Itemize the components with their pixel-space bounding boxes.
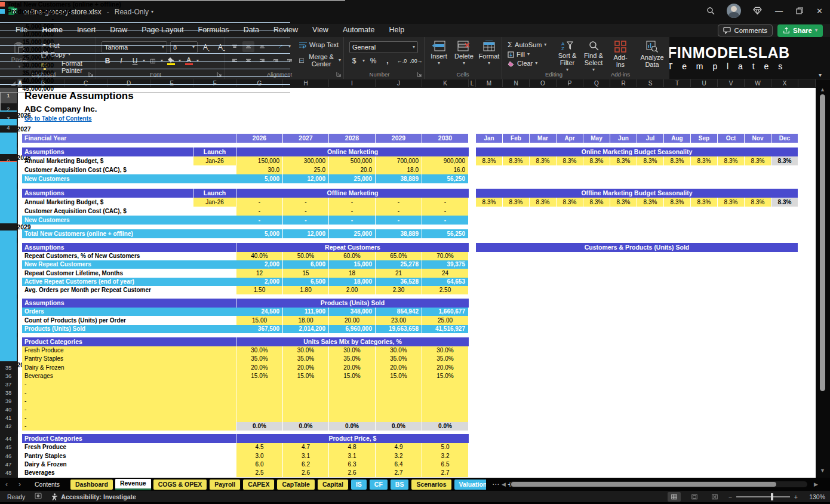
cell-B35[interactable]: Dairy & Frozen bbox=[22, 363, 236, 372]
column-header-J[interactable]: J bbox=[376, 79, 422, 87]
cell-G14[interactable]: - bbox=[236, 198, 282, 207]
cell-V6[interactable]: Oct bbox=[718, 134, 744, 143]
cell-T9[interactable]: 8.3% bbox=[664, 156, 690, 165]
scroll-up-icon[interactable]: ▲ bbox=[820, 87, 825, 93]
sheet-tab-cogs-opex[interactable]: COGS & OPEX bbox=[153, 479, 208, 490]
menu-item-review[interactable]: Review bbox=[266, 24, 305, 37]
cell-G35[interactable]: 20.0% bbox=[236, 363, 282, 372]
cell-K25[interactable]: 2.50 bbox=[422, 286, 468, 294]
cell-B30[interactable]: Products (Units) Sold bbox=[22, 325, 236, 333]
zoom-slider[interactable]: − + bbox=[728, 493, 798, 500]
cell-K23[interactable]: 24 bbox=[422, 269, 468, 278]
cell-M14[interactable]: 8.3% bbox=[476, 198, 502, 207]
cell-G38[interactable] bbox=[236, 389, 282, 397]
page-layout-view-button[interactable] bbox=[688, 492, 701, 502]
menu-item-draw[interactable]: Draw bbox=[103, 24, 134, 37]
column-header-L[interactable]: L bbox=[469, 79, 476, 87]
cell-B22[interactable]: New Repeat Customers bbox=[22, 260, 236, 269]
cell-H21[interactable]: 50.0% bbox=[283, 252, 328, 260]
sheet-tab-dashboard[interactable]: Dashboard bbox=[70, 479, 113, 490]
row-header-44[interactable]: 44 bbox=[0, 434, 17, 443]
cell-G39[interactable] bbox=[236, 397, 282, 405]
cell-G30[interactable]: 367,500 bbox=[236, 325, 282, 333]
cell-H40[interactable] bbox=[283, 405, 328, 414]
sheet-tab-revenue[interactable]: Revenue bbox=[115, 479, 151, 490]
cell-B29[interactable]: Count of Products (Units) per Order bbox=[22, 316, 236, 325]
comma-format-button[interactable]: , bbox=[382, 56, 394, 66]
cell-O9[interactable]: 8.3% bbox=[530, 156, 556, 165]
column-header-E[interactable]: E bbox=[150, 79, 193, 87]
cell-K21[interactable]: 70.0% bbox=[422, 252, 468, 260]
cell-B24[interactable]: Active Repeat Customers (end of year) bbox=[22, 278, 236, 286]
cell-J9[interactable]: 700,000 bbox=[376, 156, 422, 165]
section-title-13[interactable]: Offline Marketing bbox=[236, 189, 469, 198]
column-header-O[interactable]: O bbox=[530, 79, 557, 87]
cell-V14[interactable]: 8.3% bbox=[718, 198, 744, 207]
format-cells-button[interactable]: Format▾ bbox=[477, 38, 502, 66]
cell-K45[interactable]: 5.0 bbox=[422, 443, 468, 451]
cell-B47[interactable]: Dairy & Frozen bbox=[22, 460, 236, 469]
cell-B14[interactable]: Annual Marketing Budget, $ bbox=[22, 198, 193, 207]
cell-G28[interactable]: 24,500 bbox=[236, 308, 282, 316]
cell-B16[interactable]: New Customers bbox=[22, 216, 236, 225]
cell-I37[interactable] bbox=[329, 380, 375, 389]
cell-G16[interactable]: - bbox=[236, 216, 282, 225]
cell-I9[interactable]: 500,000 bbox=[329, 156, 375, 165]
cell-G10[interactable]: 30.0 bbox=[236, 165, 282, 174]
cell-S6[interactable]: Jul bbox=[637, 134, 663, 143]
sheet-tab-is[interactable]: IS bbox=[351, 479, 367, 490]
horizontal-scroll-thumb[interactable] bbox=[511, 482, 776, 487]
cell-B13[interactable]: Assumptions bbox=[22, 189, 193, 198]
cell-W14[interactable]: 8.3% bbox=[745, 198, 771, 207]
number-format-select[interactable]: General▾ bbox=[349, 41, 418, 53]
cell-J41[interactable] bbox=[376, 414, 422, 422]
cell-H11[interactable]: 12,000 bbox=[283, 174, 328, 183]
cell-K46[interactable]: 3.2 bbox=[422, 451, 468, 460]
cell-H38[interactable] bbox=[283, 389, 328, 397]
cell-W9[interactable]: 8.3% bbox=[745, 156, 771, 165]
menu-item-page-layout[interactable]: Page Layout bbox=[134, 24, 190, 37]
cell-G34[interactable]: 35.0% bbox=[236, 355, 282, 363]
cell-O6[interactable]: Mar bbox=[530, 134, 556, 143]
section-title-20[interactable]: Repeat Customers bbox=[236, 243, 469, 252]
cell-K15[interactable]: - bbox=[422, 207, 468, 216]
cell-O14[interactable]: 8.3% bbox=[530, 198, 556, 207]
cell-U9[interactable]: 8.3% bbox=[691, 156, 717, 165]
insert-cells-button[interactable]: Insert▾ bbox=[426, 38, 451, 66]
cell-M9[interactable]: 8.3% bbox=[476, 156, 502, 165]
cell-T14[interactable]: 8.3% bbox=[664, 198, 690, 207]
cell-H23[interactable]: 15 bbox=[283, 269, 328, 278]
cell-M6[interactable]: Jan bbox=[476, 134, 502, 143]
cell-H42[interactable]: 0.0% bbox=[283, 422, 328, 431]
collapse-ribbon-button[interactable]: ▾ bbox=[815, 71, 825, 79]
cell-I21[interactable]: 60.0% bbox=[329, 252, 375, 260]
cell-X9[interactable]: 8.3% bbox=[771, 156, 798, 165]
table-of-contents-link[interactable]: Go to Table of Contents bbox=[22, 115, 201, 123]
cell-B33[interactable]: Fresh Produce bbox=[22, 346, 236, 355]
cell-I24[interactable]: 18,000 bbox=[329, 278, 375, 286]
percent-format-button[interactable]: % bbox=[367, 56, 379, 66]
cell-J46[interactable]: 3.2 bbox=[376, 451, 422, 460]
cell-P9[interactable]: 8.3% bbox=[557, 156, 583, 165]
addins-button[interactable]: Add-ins bbox=[607, 38, 634, 69]
cell-G22[interactable]: 2,000 bbox=[236, 260, 282, 269]
cell-P6[interactable]: Apr bbox=[557, 134, 583, 143]
cell-H24[interactable]: 6,500 bbox=[283, 278, 328, 286]
tabs-scroll-right-icon[interactable]: › bbox=[13, 480, 26, 488]
cell-H15[interactable]: - bbox=[283, 207, 328, 216]
cell-B23[interactable]: Repeat Customer Lifetime, Months bbox=[22, 269, 236, 278]
share-button[interactable]: Share ▾ bbox=[777, 24, 823, 37]
wrap-text-button[interactable]: Wrap Text bbox=[297, 41, 341, 49]
cell-J33[interactable]: 30.0% bbox=[376, 346, 422, 355]
decrease-decimal-button[interactable]: .00→ bbox=[410, 56, 422, 66]
scroll-right-icon[interactable]: ▶ bbox=[814, 481, 818, 487]
cell-I28[interactable]: 348,000 bbox=[329, 308, 375, 316]
cell-I38[interactable] bbox=[329, 389, 375, 397]
cell-I35[interactable]: 20.0% bbox=[329, 363, 375, 372]
cell-G36[interactable]: 15.0% bbox=[236, 372, 282, 380]
menu-item-data[interactable]: Data bbox=[236, 24, 266, 37]
cell-K41[interactable] bbox=[422, 414, 468, 422]
cell-H47[interactable]: 6.2 bbox=[283, 460, 328, 469]
section-title-27[interactable]: Products (Units) Sold bbox=[236, 299, 469, 308]
column-header-Q[interactable]: Q bbox=[583, 79, 610, 87]
